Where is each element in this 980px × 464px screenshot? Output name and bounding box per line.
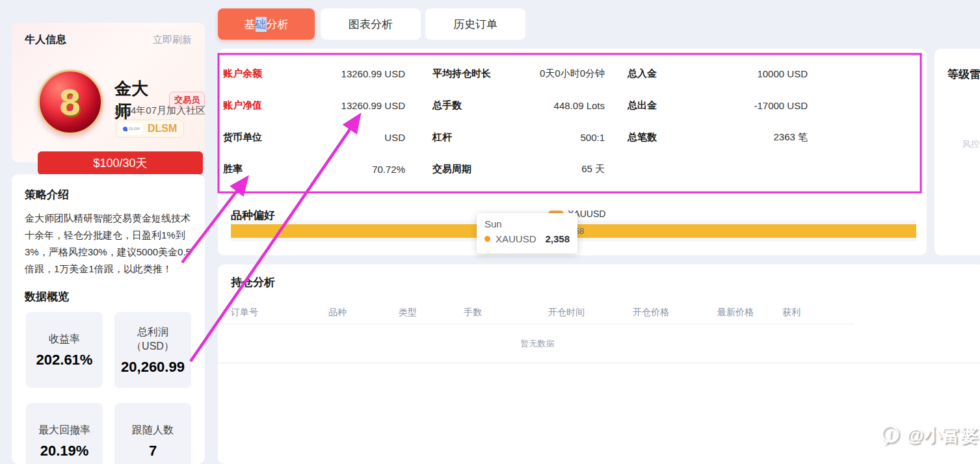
stat-avg-holding-time: 平均持仓时长0天0小时0分钟 (432, 66, 605, 81)
watermark-logo-icon: f (879, 424, 901, 447)
col-lots: 手数 (464, 307, 482, 318)
stat-total-trades: 总笔数2363 笔 (628, 129, 808, 145)
tab-chart-analysis[interactable]: 图表分析 (321, 8, 421, 40)
tooltip-series-name: XAUUSD (496, 233, 536, 244)
col-profit: 获利 (782, 307, 801, 318)
col-latest-price: 最新价格 (717, 307, 754, 318)
col-open-price: 开仓价格 (633, 307, 669, 318)
strategy-card: 策略介绍 金大师团队精研智能交易黄金短线技术十余年，轻仓分批建仓，日盈利1%到3… (12, 174, 205, 464)
watermark: f @小富婆 (879, 424, 979, 447)
stat-tile-return: 收益率 202.61% (26, 312, 103, 388)
svg-text:f: f (888, 429, 892, 440)
overview-title: 数据概览 (25, 289, 192, 304)
level-radar-card: 等级雷达 风控能 (934, 49, 980, 255)
strategy-description: 金大师团队精研智能交易黄金短线技术十余年，轻仓分批建仓，日盈利1%到3%，严格风… (25, 210, 192, 277)
strategy-title: 策略介绍 (25, 187, 192, 202)
avatar-level-number: 8 (60, 81, 80, 123)
col-type: 类型 (399, 307, 417, 318)
broker-logo-icon: DLSM (120, 123, 143, 135)
tooltip-title: Sun (484, 218, 570, 229)
stat-winrate: 胜率70.72% (223, 161, 405, 177)
overview-tiles: 收益率 202.61% 总利润 （USD） 20,260.99 最大回撤率 20… (25, 312, 192, 464)
stat-trading-period: 交易周期65 天 (432, 161, 605, 177)
profile-card: 牛人信息 立即刷新 8 金大师 交易员 2024年07月加入社区 DLSM DL… (12, 23, 205, 162)
table-bottom-divider (218, 363, 980, 363)
stat-total-lots: 总手数448.09 Lots (432, 97, 605, 113)
radar-title: 等级雷达 (947, 67, 980, 82)
stat-currency: 货币单位USD (223, 129, 405, 145)
stat-balance: 账户余额13260.99 USD (223, 66, 405, 81)
broker-badge-label: DLSM (148, 123, 177, 135)
broker-badge[interactable]: DLSM DLSM (116, 120, 184, 138)
refresh-link[interactable]: 立即刷新 (153, 34, 192, 46)
stat-total-withdrawal: 总出金-17000 USD (628, 97, 808, 113)
subscribe-price-button[interactable]: $100/30天 (38, 151, 203, 175)
table-header-divider (221, 324, 854, 324)
col-open-time: 开仓时间 (548, 307, 585, 318)
stat-equity: 账户净值13260.99 USD (223, 97, 405, 113)
col-symbol: 品种 (328, 307, 347, 318)
watermark-text: @小富婆 (907, 424, 979, 447)
selected-character: 础 (256, 17, 267, 32)
stat-tile-drawdown: 最大回撤率 20.19% (26, 403, 103, 464)
stat-tile-profit: 总利润 （USD） 20,260.99 (114, 312, 191, 388)
profile-card-title: 牛人信息 (25, 33, 66, 47)
stat-total-deposit: 总入金10000 USD (628, 66, 808, 81)
positions-title: 持仓分析 (231, 275, 275, 290)
tooltip-series-value: 2,358 (545, 233, 570, 244)
empty-data-text: 暂无数据 (221, 338, 854, 350)
col-order-id: 订单号 (231, 307, 258, 318)
chart-tooltip: Sun XAUUSD 2,358 (477, 213, 577, 253)
tab-basic-analysis[interactable]: 基础分析 (218, 8, 315, 40)
avatar: 8 (38, 70, 103, 135)
tooltip-series-dot-icon (484, 236, 490, 242)
join-date: 2024年07月加入社区 (114, 105, 205, 117)
stat-tile-followers: 跟随人数 7 (114, 403, 191, 464)
stat-leverage: 杠杆500:1 (432, 129, 605, 145)
tab-history-orders[interactable]: 历史订单 (425, 8, 525, 40)
radar-axis-label: 风控能 (962, 138, 980, 150)
positions-card: 持仓分析 订单号 品种 类型 手数 开仓时间 开仓价格 最新价格 获利 暂无数据 (218, 264, 980, 464)
